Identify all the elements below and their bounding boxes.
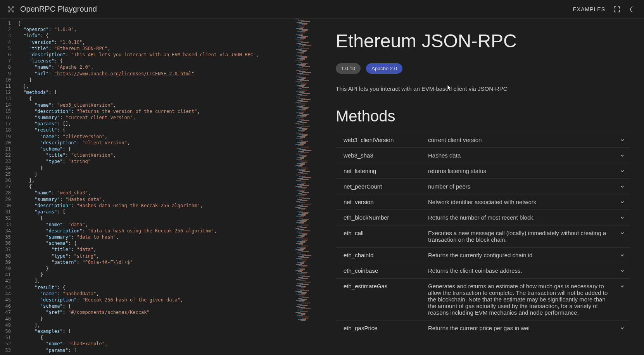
minimap[interactable] <box>295 19 322 355</box>
chevron-down-icon <box>618 183 626 189</box>
chevron-down-icon <box>618 199 626 205</box>
doc-description: This API lets you interact with an EVM-b… <box>336 85 630 92</box>
method-row[interactable]: eth_callExecutes a new message call (loc… <box>336 225 630 247</box>
method-row[interactable]: net_versionNetwork identifier associated… <box>336 194 630 210</box>
code-content[interactable]: { "openrpc": "1.0.0", "info": { "version… <box>16 19 295 355</box>
method-summary: Generates and returns an estimate of how… <box>428 283 618 316</box>
method-name: eth_chainId <box>344 252 428 258</box>
method-row[interactable]: eth_gasPriceReturns the current price pe… <box>336 320 630 336</box>
method-name: net_version <box>344 199 428 205</box>
app-title: OpenRPC Playground <box>20 5 573 14</box>
app-logo-icon <box>6 5 16 14</box>
method-row[interactable]: net_peerCountnumber of peers <box>336 178 630 194</box>
method-name: web3_sha3 <box>344 152 428 159</box>
method-name: eth_blockNumber <box>344 214 428 221</box>
chevron-down-icon <box>618 137 626 143</box>
method-row[interactable]: eth_estimateGasGenerates and returns an … <box>336 278 630 320</box>
chevron-down-icon <box>618 267 626 274</box>
line-gutter: 1234567891011121314151617181920212223242… <box>0 19 16 355</box>
chevron-down-icon <box>618 152 626 158</box>
method-name: eth_estimateGas <box>344 283 428 289</box>
method-row[interactable]: net_listeningreturns listening status <box>336 163 630 178</box>
documentation-pane: Ethereum JSON-RPC 1.0.10 Apache 2.0 This… <box>322 19 644 355</box>
method-summary: Hashes data <box>428 152 618 159</box>
method-name: net_listening <box>344 168 428 174</box>
method-summary: Returns the number of most recent block. <box>428 214 618 221</box>
method-summary: Returns the currently configured chain i… <box>428 252 618 258</box>
method-name: web3_clientVersion <box>344 137 428 143</box>
method-row[interactable]: web3_sha3Hashes data <box>336 147 630 163</box>
methods-heading: Methods <box>336 107 630 125</box>
chevron-down-icon <box>618 230 626 236</box>
fullscreen-icon[interactable] <box>612 5 622 14</box>
method-row[interactable]: eth_chainIdReturns the currently configu… <box>336 247 630 263</box>
method-summary: Network identifier associated with netwo… <box>428 199 618 205</box>
theme-toggle-icon[interactable] <box>628 5 638 14</box>
chevron-down-icon <box>618 325 626 331</box>
license-badge[interactable]: Apache 2.0 <box>366 63 402 74</box>
method-summary: Returns the client coinbase address. <box>428 267 618 274</box>
chevron-down-icon <box>618 168 626 174</box>
method-summary: current client version <box>428 137 618 143</box>
chevron-down-icon <box>618 252 626 258</box>
method-summary: Returns the current price per gas in wei <box>428 325 618 331</box>
method-name: eth_gasPrice <box>344 325 428 331</box>
method-summary: Executes a new message call (locally) im… <box>428 230 618 243</box>
examples-button[interactable]: EXAMPLES <box>573 6 605 12</box>
method-row[interactable]: eth_coinbaseReturns the client coinbase … <box>336 263 630 278</box>
methods-list: web3_clientVersioncurrent client version… <box>336 132 630 336</box>
chevron-down-icon <box>618 214 626 220</box>
topbar: OpenRPC Playground EXAMPLES <box>0 0 644 19</box>
method-name: net_peerCount <box>344 183 428 190</box>
method-name: eth_coinbase <box>344 267 428 274</box>
method-row[interactable]: eth_blockNumberReturns the number of mos… <box>336 210 630 225</box>
method-summary: number of peers <box>428 183 618 190</box>
chevron-down-icon <box>618 283 626 289</box>
doc-title: Ethereum JSON-RPC <box>336 30 630 52</box>
code-editor[interactable]: 1234567891011121314151617181920212223242… <box>0 19 322 355</box>
method-name: eth_call <box>344 230 428 236</box>
version-badge: 1.0.10 <box>336 63 361 74</box>
method-summary: returns listening status <box>428 168 618 174</box>
method-row[interactable]: web3_clientVersioncurrent client version <box>336 132 630 147</box>
